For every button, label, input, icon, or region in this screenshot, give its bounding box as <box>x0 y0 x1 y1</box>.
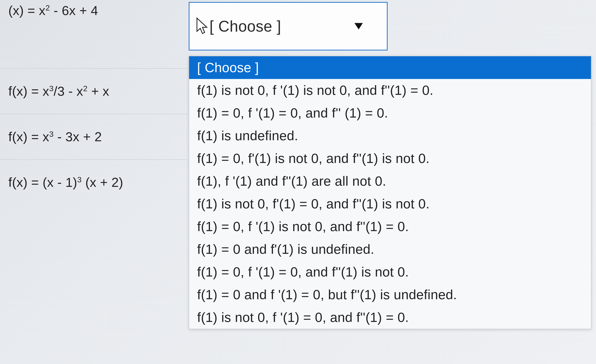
chevron-down-icon <box>354 22 364 30</box>
dropdown-option[interactable]: f(1) is undefined. <box>189 124 591 147</box>
dropdown-option[interactable]: f(1) = 0, f '(1) = 0, and f''(1) is not … <box>189 261 591 283</box>
answer-select-wrap: [ Choose ] <box>189 2 387 50</box>
dropdown-option[interactable]: [ Choose ] <box>189 56 591 79</box>
dropdown-option[interactable]: f(1) = 0 and f'(1) is undefined. <box>189 238 591 261</box>
functions-column: (x) = x2 - 6x + 4 f(x) = x3/3 - x2 + x f… <box>0 0 187 364</box>
function-expression: f(x) = x3/3 - x2 + x <box>0 69 187 114</box>
dropdown-option[interactable]: f(1) is not 0, f '(1) = 0, and f''(1) = … <box>189 306 591 329</box>
function-expression: (x) = x2 - 6x + 4 <box>0 0 187 69</box>
answer-dropdown-list[interactable]: [ Choose ] f(1) is not 0, f '(1) is not … <box>189 56 591 329</box>
dropdown-option[interactable]: f(1), f '(1) and f''(1) are all not 0. <box>189 170 591 193</box>
answer-select[interactable]: [ Choose ] <box>189 2 387 50</box>
function-expression: f(x) = x3 - 3x + 2 <box>0 114 187 160</box>
dropdown-option[interactable]: f(1) = 0, f '(1) is not 0, and f''(1) = … <box>189 215 591 238</box>
dropdown-option[interactable]: f(1) is not 0, f '(1) is not 0, and f''(… <box>189 79 591 102</box>
svg-marker-0 <box>354 23 363 30</box>
dropdown-option[interactable]: f(1) = 0 and f '(1) = 0, but f''(1) is u… <box>189 283 591 306</box>
select-display-text: [ Choose ] <box>209 17 281 35</box>
function-expression: f(x) = (x - 1)3 (x + 2) <box>0 160 187 205</box>
dropdown-option[interactable]: f(1) = 0, f '(1) = 0, and f'' (1) = 0. <box>189 102 591 124</box>
dropdown-option[interactable]: f(1) is not 0, f'(1) = 0, and f''(1) is … <box>189 193 591 215</box>
dropdown-option[interactable]: f(1) = 0, f'(1) is not 0, and f''(1) is … <box>189 147 591 170</box>
cursor-icon <box>195 17 210 36</box>
quiz-matching-page: (x) = x2 - 6x + 4 f(x) = x3/3 - x2 + x f… <box>0 0 596 364</box>
